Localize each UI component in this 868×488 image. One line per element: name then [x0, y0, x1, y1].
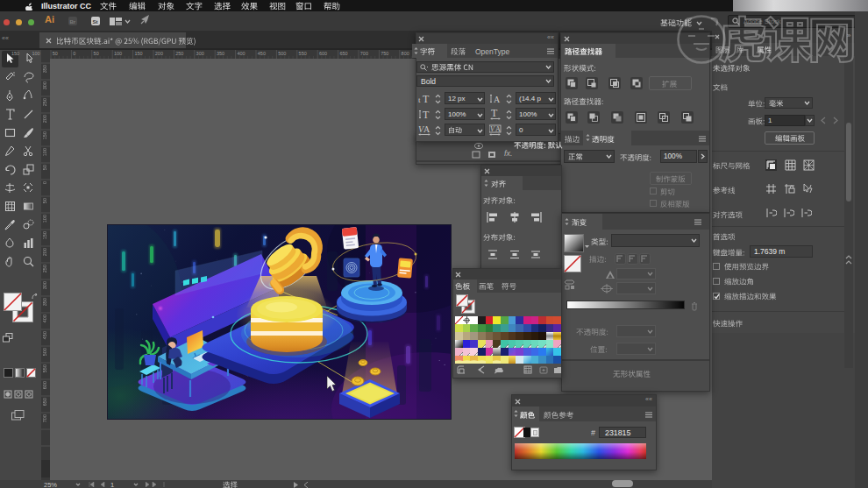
- svg-text:T: T: [491, 109, 498, 119]
- svg-text:T: T: [423, 93, 430, 104]
- svg-text:T: T: [423, 109, 430, 120]
- svg-text:A: A: [495, 125, 501, 133]
- svg-text:A: A: [423, 124, 430, 134]
- svg-text:t: t: [418, 95, 421, 104]
- svg-text:A: A: [494, 95, 501, 104]
